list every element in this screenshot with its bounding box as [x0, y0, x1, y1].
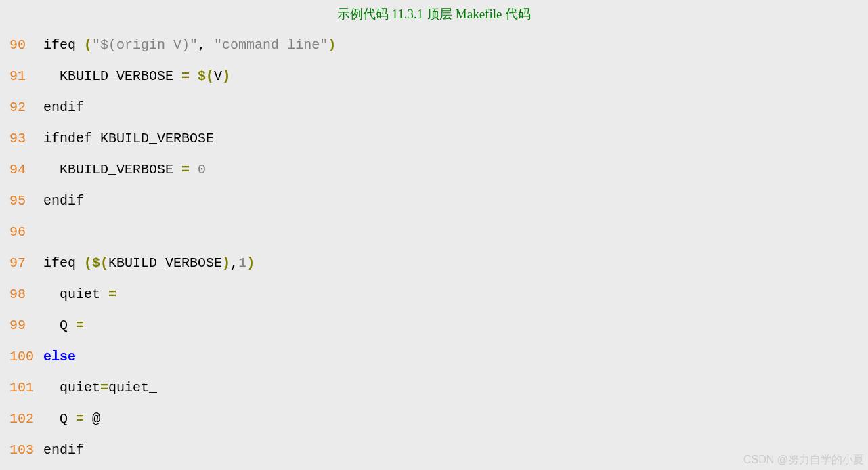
op-eq: = [181, 61, 190, 92]
code-line: 98 quiet = [9, 279, 859, 310]
line-number: 98 [9, 279, 43, 310]
op-eq: = [181, 154, 190, 186]
code-title: 示例代码 11.3.1 顶层 Makefile 代码 [9, 4, 859, 30]
line-number: 96 [9, 217, 43, 248]
line-number: 101 [9, 372, 43, 404]
line-number: 99 [9, 310, 43, 341]
dollar-lparen: $( [198, 61, 214, 92]
code-line: 102 Q = @ [9, 404, 859, 435]
code-line: 94 KBUILD_VERBOSE = 0 [9, 154, 859, 186]
var: V [214, 61, 222, 92]
identifier: KBUILD_VERBOSE [108, 248, 222, 279]
kw-endif: endif [43, 435, 84, 466]
op-eq: = [76, 404, 84, 435]
rparen: ) [246, 248, 255, 279]
op-eq: = [100, 372, 108, 404]
comma: , [198, 30, 206, 61]
watermark: CSDN @努力自学的小夏 [743, 453, 864, 467]
title-suffix: 代码 [502, 7, 531, 21]
title-latin: Makefile [456, 7, 502, 21]
kw-endif: endif [43, 92, 84, 123]
value: @ [92, 404, 100, 435]
code-line: 100 else [9, 341, 859, 372]
identifier: KBUILD_VERBOSE [60, 154, 173, 186]
code-line: 99 Q = [9, 310, 859, 341]
code-line: 91 KBUILD_VERBOSE = $(V) [9, 61, 859, 92]
comma: , [230, 248, 238, 279]
identifier: Q [60, 404, 68, 435]
line-number: 90 [9, 30, 43, 61]
kw-ifeq: ifeq [43, 248, 76, 279]
line-number: 103 [9, 435, 43, 466]
kw-endif: endif [43, 186, 84, 217]
rparen: ) [328, 30, 336, 61]
code-block: 90 ifeq ("$(origin V)", "command line") … [9, 30, 859, 466]
line-number: 91 [9, 61, 43, 92]
string: "command line" [214, 30, 328, 61]
dollar-lparen: $( [92, 248, 108, 279]
title-version: 11.3.1 [392, 7, 424, 21]
code-line: 103 endif [9, 435, 859, 466]
code-line: 95 endif [9, 186, 859, 217]
lparen: ( [84, 30, 92, 61]
identifier: quiet [60, 372, 100, 404]
rparen: ) [222, 248, 230, 279]
code-line: 101 quiet=quiet_ [9, 372, 859, 404]
title-text: 示例代码 [337, 7, 392, 21]
kw-ifndef: ifndef [43, 123, 92, 154]
line-number: 95 [9, 186, 43, 217]
line-number: 93 [9, 123, 43, 154]
op-eq: = [108, 279, 116, 310]
number: 1 [238, 248, 246, 279]
code-line: 96 [9, 217, 859, 248]
string: "$(origin V)" [92, 30, 198, 61]
number: 0 [198, 154, 206, 186]
code-line: 92 endif [9, 92, 859, 123]
line-number: 102 [9, 404, 43, 435]
line-number: 100 [9, 341, 43, 372]
line-number: 94 [9, 154, 43, 186]
kw-ifeq: ifeq [43, 30, 76, 61]
identifier: Q [60, 310, 68, 341]
code-line: 93 ifndef KBUILD_VERBOSE [9, 123, 859, 154]
lparen: ( [84, 248, 92, 279]
line-number: 97 [9, 248, 43, 279]
value: quiet_ [108, 372, 157, 404]
code-line: 90 ifeq ("$(origin V)", "command line") [9, 30, 859, 61]
op-eq: = [76, 310, 84, 341]
code-line: 97 ifeq ($(KBUILD_VERBOSE),1) [9, 248, 859, 279]
identifier: KBUILD_VERBOSE [100, 123, 214, 154]
identifier: KBUILD_VERBOSE [60, 61, 173, 92]
kw-else: else [43, 341, 76, 372]
line-number: 92 [9, 92, 43, 123]
identifier: quiet [60, 279, 100, 310]
title-mid: 顶层 [423, 7, 456, 21]
rparen: ) [222, 61, 230, 92]
